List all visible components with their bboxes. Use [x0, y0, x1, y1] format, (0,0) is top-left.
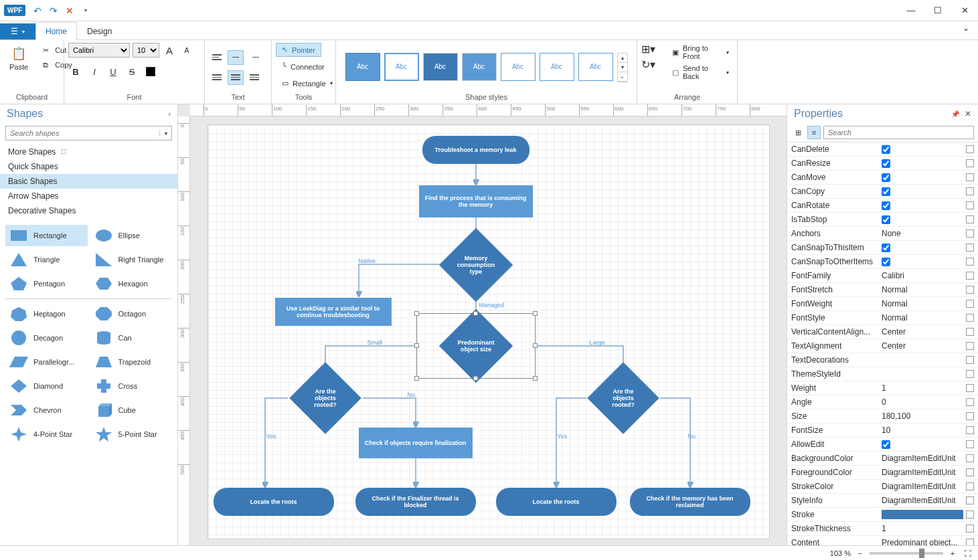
pin-icon[interactable]: 📌 — [951, 110, 959, 118]
prop-reset-icon[interactable] — [966, 496, 974, 504]
prop-reset-icon[interactable] — [966, 356, 974, 364]
props-close-button[interactable]: ✕ — [965, 109, 971, 118]
prop-value[interactable]: 1 — [878, 381, 978, 395]
prop-row-TextAlignment[interactable]: TextAlignmentCenter — [787, 339, 978, 353]
grow-font-button[interactable]: A — [162, 43, 177, 58]
arrange-rotate-icon[interactable]: ↻▾ — [641, 58, 660, 71]
prop-reset-icon[interactable] — [966, 229, 974, 238]
prop-row-StrokeColor[interactable]: StrokeColorDiagramItemEditUnit — [787, 480, 978, 494]
prop-reset-icon[interactable] — [966, 328, 974, 336]
prop-value[interactable] — [878, 508, 978, 521]
prop-row-Weight[interactable]: Weight1 — [787, 381, 978, 395]
bold-button[interactable]: B — [68, 64, 83, 79]
prop-reset-icon[interactable] — [966, 398, 974, 406]
prop-value[interactable]: Normal — [878, 297, 978, 310]
prop-row-FontWeight[interactable]: FontWeightNormal — [787, 297, 978, 311]
prop-value[interactable] — [878, 185, 978, 198]
underline-button[interactable]: U — [106, 64, 120, 79]
zoom-slider[interactable] — [870, 552, 943, 555]
prop-reset-icon[interactable] — [966, 412, 974, 420]
prop-row-ForegroundColor[interactable]: ForegroundColorDiagramItemEditUnit — [787, 466, 978, 480]
style-swatch-1[interactable]: Abc — [345, 53, 380, 81]
shrink-font-button[interactable]: A — [179, 43, 194, 58]
gallery-up-button[interactable]: ▴ — [618, 54, 627, 63]
node-leakdiag[interactable]: Use LeakDiag or a similar tool to contin… — [275, 298, 392, 326]
window-close-button[interactable]: ✕ — [951, 1, 978, 20]
qat-close-icon[interactable]: ✕ — [64, 5, 75, 16]
prop-row-AllowEdit[interactable]: AllowEdit — [787, 438, 978, 452]
gallery-down-button[interactable]: ▾ — [618, 63, 627, 72]
props-search-input[interactable] — [823, 126, 974, 139]
connector-tool[interactable]: ╰Connector — [276, 60, 331, 74]
prop-reset-icon[interactable] — [966, 525, 974, 533]
align-left-button[interactable] — [209, 50, 225, 65]
node-locate-roots-2[interactable]: Locate the roots — [496, 488, 617, 516]
shape-octagon[interactable]: Octagon — [90, 303, 173, 324]
rectangle-tool[interactable]: ▭Rectangle▾ — [276, 76, 339, 90]
shape-hexagon[interactable]: Hexagon — [90, 273, 173, 294]
shape-can[interactable]: Can — [90, 327, 173, 349]
prop-value[interactable] — [878, 367, 978, 381]
prop-reset-icon[interactable] — [966, 159, 974, 167]
font-family-select[interactable]: Calibri — [68, 43, 130, 58]
prop-value[interactable] — [878, 199, 978, 212]
canvas-page[interactable]: Troubleshoot a memory leak Find the proc… — [208, 124, 770, 539]
zoom-thumb[interactable] — [919, 549, 924, 558]
prop-checkbox[interactable] — [882, 187, 890, 196]
cat-basic-shapes[interactable]: Basic Shapes — [0, 174, 177, 189]
props-view-categorized[interactable]: ⊞ — [791, 126, 805, 139]
prop-reset-icon[interactable] — [966, 426, 974, 434]
prop-checkbox[interactable] — [882, 215, 890, 224]
node-locate-roots-1[interactable]: Locate the roots — [214, 488, 334, 516]
prop-value[interactable]: 180,100 — [878, 409, 978, 423]
maximize-button[interactable]: ☐ — [924, 1, 951, 20]
shape-triangle[interactable]: Triangle — [5, 249, 88, 270]
prop-reset-icon[interactable] — [966, 300, 974, 308]
prop-reset-icon[interactable] — [966, 215, 974, 223]
prop-reset-icon[interactable] — [966, 539, 974, 545]
prop-row-CanMove[interactable]: CanMove — [787, 171, 978, 185]
redo-icon[interactable]: ↷ — [48, 5, 59, 16]
prop-value[interactable]: Predominant object... — [878, 536, 978, 545]
prop-row-Content[interactable]: ContentPredominant object... — [787, 536, 978, 545]
prop-value[interactable] — [878, 353, 978, 367]
prop-row-Angle[interactable]: Angle0 — [787, 395, 978, 409]
style-swatch-6[interactable]: Abc — [540, 53, 574, 81]
cat-quick-shapes[interactable]: Quick Shapes — [0, 159, 177, 174]
zoom-fit-button[interactable]: ⛶ — [962, 549, 973, 557]
style-swatch-4[interactable]: Abc — [462, 53, 497, 81]
prop-reset-icon[interactable] — [966, 468, 974, 476]
node-finalizer-blocked[interactable]: Check if the Finalizer thread is blocked — [355, 488, 476, 516]
prop-value[interactable] — [878, 241, 978, 254]
shape-4-point-star[interactable]: 4-Point Star — [5, 424, 88, 445]
shape-diamond[interactable]: Diamond — [5, 375, 88, 397]
ribbon-collapse-button[interactable]: ⌄ — [954, 21, 978, 39]
shape-parallelogram[interactable]: Parallelogr... — [5, 351, 88, 373]
valign-top-button[interactable] — [209, 70, 225, 85]
file-tab[interactable]: ☰ ▾ — [0, 23, 35, 39]
prop-value[interactable]: DiagramItemEditUnit — [878, 466, 978, 479]
prop-reset-icon[interactable] — [966, 482, 974, 490]
valign-middle-button[interactable] — [228, 70, 244, 85]
gallery-expand-button[interactable]: ⌄ — [618, 72, 627, 82]
prop-row-FontSize[interactable]: FontSize10 — [787, 424, 978, 438]
prop-row-FontFamily[interactable]: FontFamilyCalibri — [787, 269, 978, 283]
prop-value[interactable] — [878, 157, 978, 170]
prop-value[interactable] — [878, 171, 978, 184]
send-to-back-button[interactable]: ▢Send to Back▾ — [668, 63, 733, 82]
prop-reset-icon[interactable] — [966, 440, 974, 448]
prop-checkbox[interactable] — [882, 145, 890, 154]
prop-row-CanResize[interactable]: CanResize — [787, 157, 978, 171]
tab-home[interactable]: Home — [35, 22, 77, 40]
arrange-grid-icon[interactable]: ⊞▾ — [641, 43, 660, 56]
node-finalization[interactable]: Check if objects require finalization — [359, 428, 473, 458]
prop-value[interactable]: 10 — [878, 424, 978, 437]
style-swatch-2[interactable]: Abc — [384, 53, 419, 81]
prop-value[interactable] — [878, 438, 978, 451]
prop-row-TextDecorations[interactable]: TextDecorations — [787, 353, 978, 367]
font-size-select[interactable]: 10 — [133, 43, 159, 58]
prop-reset-icon[interactable] — [966, 510, 974, 519]
prop-row-FontStyle[interactable]: FontStyleNormal — [787, 311, 978, 325]
valign-bottom-button[interactable] — [246, 70, 262, 85]
shape-rectangle[interactable]: Rectangle — [5, 225, 88, 246]
